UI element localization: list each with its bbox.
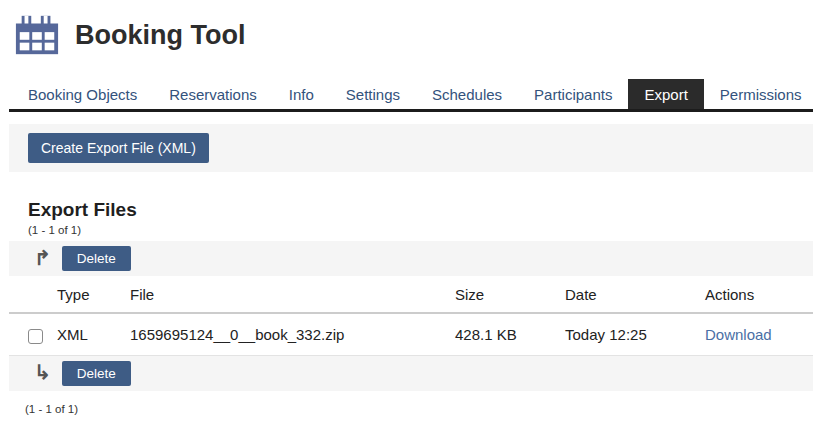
tab-info[interactable]: Info bbox=[273, 79, 330, 109]
column-header-date: Date bbox=[565, 276, 705, 313]
export-files-section-head: Export Files (1 - 1 of 1) bbox=[28, 199, 822, 236]
app-header: Booking Tool bbox=[0, 0, 822, 58]
select-column-header bbox=[9, 276, 57, 313]
tab-permissions[interactable]: Permissions bbox=[704, 79, 818, 109]
export-files-table: Type File Size Date Actions XML 16596951… bbox=[9, 276, 813, 356]
arrow-down-right-icon: ↳ bbox=[34, 362, 51, 382]
tab-export[interactable]: Export bbox=[628, 79, 703, 109]
column-header-size: Size bbox=[455, 276, 565, 313]
cell-date: Today 12:25 bbox=[565, 313, 705, 355]
tab-schedules[interactable]: Schedules bbox=[416, 79, 518, 109]
tabbar: Booking Objects Reservations Info Settin… bbox=[9, 79, 813, 112]
result-count-top: (1 - 1 of 1) bbox=[28, 224, 822, 236]
bulk-actions-toolbar-top: ↱ Delete bbox=[9, 241, 813, 276]
tab-participants[interactable]: Participants bbox=[518, 79, 628, 109]
calendar-icon bbox=[14, 12, 60, 58]
arrow-up-right-icon: ↱ bbox=[34, 248, 51, 268]
column-header-actions: Actions bbox=[705, 276, 813, 313]
create-export-file-button[interactable]: Create Export File (XML) bbox=[28, 133, 209, 163]
table-header-row: Type File Size Date Actions bbox=[9, 276, 813, 313]
column-header-file: File bbox=[130, 276, 455, 313]
result-count-bottom: (1 - 1 of 1) bbox=[25, 403, 822, 415]
cell-type: XML bbox=[57, 313, 130, 355]
delete-button-bottom[interactable]: Delete bbox=[62, 361, 131, 386]
row-checkbox[interactable] bbox=[28, 329, 43, 344]
delete-button-top[interactable]: Delete bbox=[62, 246, 131, 271]
create-export-bar: Create Export File (XML) bbox=[9, 124, 813, 172]
table-row: XML 1659695124__0__book_332.zip 428.1 KB… bbox=[9, 313, 813, 355]
column-header-type: Type bbox=[57, 276, 130, 313]
booking-tool-page: Booking Tool Booking Objects Reservation… bbox=[0, 0, 822, 415]
cell-size: 428.1 KB bbox=[455, 313, 565, 355]
tab-booking-objects[interactable]: Booking Objects bbox=[12, 79, 153, 109]
tab-reservations[interactable]: Reservations bbox=[153, 79, 273, 109]
download-link[interactable]: Download bbox=[705, 326, 772, 343]
cell-file: 1659695124__0__book_332.zip bbox=[130, 313, 455, 355]
page-title: Booking Tool bbox=[75, 20, 245, 51]
tab-settings[interactable]: Settings bbox=[330, 79, 416, 109]
section-title: Export Files bbox=[28, 199, 822, 221]
bulk-actions-toolbar-bottom: ↳ Delete bbox=[9, 356, 813, 391]
